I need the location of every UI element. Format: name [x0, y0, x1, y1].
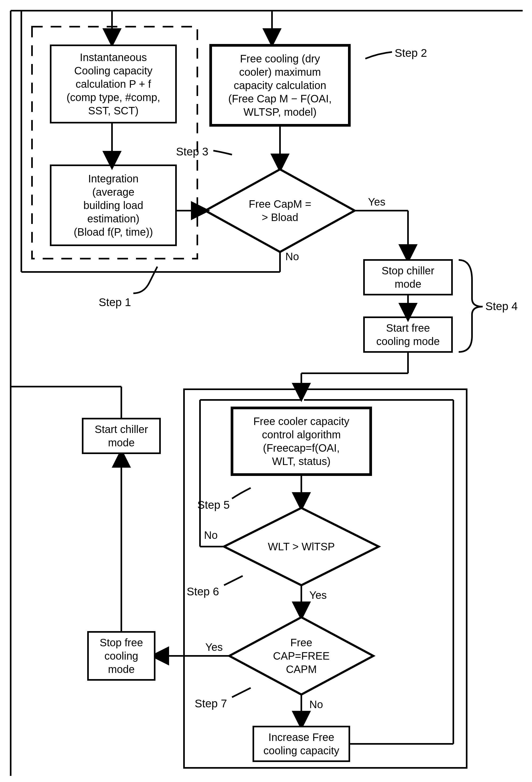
- text-free-cooling-max: Free cooling (dry cooler) maximum capaci…: [211, 47, 349, 124]
- label-d3-no: No: [285, 251, 299, 262]
- label-d3-yes: Yes: [368, 196, 385, 208]
- label-step4: Step 4: [485, 300, 518, 313]
- text-d3: Free CapM = > Bload: [237, 192, 323, 229]
- text-stop-chiller: Stop chiller mode: [364, 260, 452, 295]
- label-d6-yes: Yes: [309, 589, 327, 601]
- label-d6-no: No: [204, 529, 218, 541]
- text-d7: Free CAP=FREE CAPM: [259, 635, 344, 677]
- label-step2: Step 2: [395, 47, 427, 60]
- label-d7-yes: Yes: [205, 641, 223, 653]
- label-step3: Step 3: [176, 145, 208, 158]
- label-step5: Step 5: [197, 499, 229, 511]
- label-step7: Step 7: [195, 697, 227, 710]
- text-integration: Integration (average building load estim…: [51, 167, 176, 244]
- text-stop-free: Stop free cooling mode: [88, 632, 155, 680]
- text-start-chiller: Start chiller mode: [83, 419, 160, 453]
- text-start-free: Start free cooling mode: [364, 317, 452, 352]
- label-d7-no: No: [309, 699, 323, 711]
- text-d6: WLT > WlTSP: [251, 535, 352, 559]
- text-inst-cooling: Instantaneous Cooling capacity calculati…: [51, 47, 176, 121]
- text-increase-free: Increase Free cooling capacity: [253, 726, 349, 761]
- text-free-cap-control: Free cooler capacity control algorithm (…: [232, 409, 371, 473]
- label-step6: Step 6: [187, 585, 219, 598]
- label-step1: Step 1: [99, 296, 131, 309]
